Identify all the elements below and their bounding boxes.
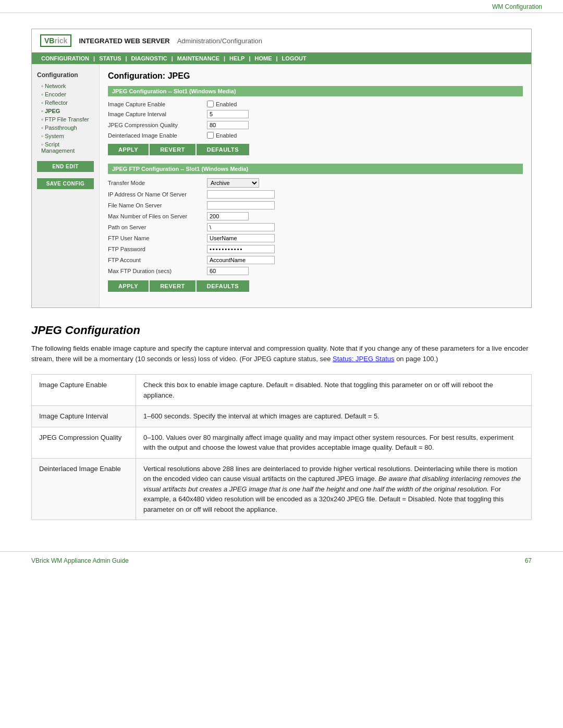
checkbox-label-deinterlaced: Enabled <box>216 132 237 139</box>
doc-section: JPEG Configuration The following fields … <box>31 324 532 530</box>
content-area: Configuration Network Encoder Reflector … <box>32 64 531 307</box>
page-title: Configuration: JPEG <box>108 71 523 81</box>
doc-table: Image Capture Enable Check this box to e… <box>31 374 532 520</box>
nav-diagnostic[interactable]: DIAGNOSTIC <box>127 55 172 61</box>
input-file-name-on-server[interactable] <box>207 201 275 209</box>
label-ftp-account: FTP Account <box>108 257 207 263</box>
input-path-on-server[interactable] <box>207 223 275 231</box>
table-row: Image Capture Interval 1–600 seconds. Sp… <box>32 406 532 427</box>
label-max-ftp-duration: Max FTP Duration (secs) <box>108 268 207 274</box>
footer-left: VBrick WM Appliance Admin Guide <box>31 557 129 564</box>
input-image-capture-interval[interactable] <box>207 110 249 118</box>
label-image-capture-enable: Image Capture Enable <box>108 101 207 107</box>
select-transfer-mode[interactable]: Archive Overwrite <box>207 178 259 188</box>
label-ftp-user-name: FTP User Name <box>108 235 207 241</box>
label-max-number-files: Max Number of Files on Server <box>108 213 207 219</box>
sidebar-item-encoder[interactable]: Encoder <box>37 90 94 98</box>
nav-help[interactable]: HELP <box>225 55 249 61</box>
section1-defaults-button[interactable]: DEFAULTS <box>197 144 249 155</box>
doc-title: JPEG Configuration <box>31 324 532 337</box>
form-row-ip-address: IP Address Or Name Of Server <box>108 190 523 199</box>
label-ftp-password: FTP Password <box>108 246 207 252</box>
form-row-max-ftp-duration: Max FTP Duration (secs) <box>108 267 523 275</box>
label-jpeg-compression-quality: JPEG Compression Quality <box>108 122 207 128</box>
label-transfer-mode: Transfer Mode <box>108 180 207 186</box>
section1-apply-button[interactable]: APPLY <box>108 144 149 155</box>
nav-maintenance[interactable]: MAINTENANCE <box>173 55 224 61</box>
main-content: Configuration: JPEG JPEG Configuration -… <box>100 64 531 307</box>
field-desc-jpeg-compression-quality: 0–100. Values over 80 marginally affect … <box>136 427 532 458</box>
end-edit-button[interactable]: END EDIT <box>37 161 94 172</box>
input-max-ftp-duration[interactable] <box>207 267 249 275</box>
vbrick-logo: VBrick <box>40 34 71 47</box>
sidebar-item-script-management[interactable]: Script Management <box>37 140 94 155</box>
form-row-image-capture-enable: Image Capture Enable Enabled <box>108 101 523 107</box>
app-header: VBrick INTEGRATED WEB SERVER Administrat… <box>32 29 531 53</box>
nav-logout[interactable]: LOGOUT <box>278 55 311 61</box>
field-label-image-capture-interval: Image Capture Interval <box>32 406 136 427</box>
doc-intro: The following fields enable image captur… <box>31 343 532 364</box>
form-row-ftp-password: FTP Password <box>108 245 523 253</box>
form-row-path-on-server: Path on Server <box>108 223 523 231</box>
form-row-image-capture-interval: Image Capture Interval <box>108 110 523 118</box>
page-footer: VBrick WM Appliance Admin Guide 67 <box>0 551 563 570</box>
sidebar: Configuration Network Encoder Reflector … <box>32 64 100 307</box>
input-max-number-files[interactable] <box>207 212 249 220</box>
label-path-on-server: Path on Server <box>108 224 207 230</box>
sidebar-item-network[interactable]: Network <box>37 82 94 90</box>
input-ip-address[interactable] <box>207 190 275 199</box>
field-label-deinterlaced-image-enable: Deinterlaced Image Enable <box>32 458 136 520</box>
field-label-jpeg-compression-quality: JPEG Compression Quality <box>32 427 136 458</box>
input-ftp-password[interactable] <box>207 245 275 253</box>
nav-bar: CONFIGURATION | STATUS | DIAGNOSTIC | MA… <box>32 53 531 64</box>
nav-status[interactable]: STATUS <box>95 55 125 61</box>
table-row: JPEG Compression Quality 0–100. Values o… <box>32 427 532 458</box>
section2-action-buttons: APPLY REVERT DEFAULTS <box>108 280 523 292</box>
form-row-ftp-user-name: FTP User Name <box>108 234 523 242</box>
section2-header: JPEG FTP Configuration -- Slot1 (Windows… <box>108 164 523 174</box>
sidebar-item-passthrough[interactable]: Passthrough <box>37 124 94 132</box>
form-row-transfer-mode: Transfer Mode Archive Overwrite <box>108 178 523 188</box>
browser-window: VBrick INTEGRATED WEB SERVER Administrat… <box>31 29 532 308</box>
sidebar-item-ftp-file-transfer[interactable]: FTP File Transfer <box>37 115 94 124</box>
section1-header: JPEG Configuration -- Slot1 (Windows Med… <box>108 86 523 96</box>
checkbox-label-image-capture-enable: Enabled <box>216 101 237 107</box>
table-row: Image Capture Enable Check this box to e… <box>32 375 532 406</box>
label-deinterlaced-image-enable: Deinterlaced Image Enable <box>108 132 207 139</box>
section1-action-buttons: APPLY REVERT DEFAULTS <box>108 144 523 155</box>
input-ftp-user-name[interactable] <box>207 234 275 242</box>
input-jpeg-compression-quality[interactable] <box>207 121 249 129</box>
sidebar-section-title: Configuration <box>37 71 94 79</box>
sidebar-item-reflector[interactable]: Reflector <box>37 98 94 107</box>
form-row-max-number-files: Max Number of Files on Server <box>108 212 523 220</box>
top-bar-label: WM Configuration <box>492 3 542 10</box>
table-row: Deinterlaced Image Enable Vertical resol… <box>32 458 532 520</box>
save-config-button[interactable]: SAVE CONFIG <box>37 178 94 189</box>
app-header-subtitle: Administration/Configuration <box>177 37 262 45</box>
top-bar: WM Configuration <box>0 0 563 13</box>
section2-apply-button[interactable]: APPLY <box>108 280 149 292</box>
input-ftp-account[interactable] <box>207 256 275 264</box>
form-row-file-name-on-server: File Name On Server <box>108 201 523 209</box>
nav-home[interactable]: HOME <box>251 55 276 61</box>
field-desc-image-capture-interval: 1–600 seconds. Specify the interval at w… <box>136 406 532 427</box>
section2-revert-button[interactable]: REVERT <box>150 280 195 292</box>
checkbox-deinterlaced-image-enable[interactable] <box>207 132 214 139</box>
section1-revert-button[interactable]: REVERT <box>150 144 195 155</box>
checkbox-image-capture-enable[interactable] <box>207 101 214 107</box>
section2-defaults-button[interactable]: DEFAULTS <box>197 280 249 292</box>
nav-configuration[interactable]: CONFIGURATION <box>37 55 93 61</box>
italic-text: Be aware that disabling interlacing remo… <box>143 475 521 493</box>
logo-rick: rick <box>54 36 67 45</box>
label-file-name-on-server: File Name On Server <box>108 202 207 208</box>
sidebar-item-system[interactable]: System <box>37 132 94 140</box>
form-row-jpeg-compression-quality: JPEG Compression Quality <box>108 121 523 129</box>
form-row-ftp-account: FTP Account <box>108 256 523 264</box>
field-desc-deinterlaced-image-enable: Vertical resolutions above 288 lines are… <box>136 458 532 520</box>
doc-intro-link[interactable]: Status: JPEG Status <box>333 355 395 363</box>
sidebar-item-jpeg[interactable]: JPEG <box>37 107 94 115</box>
label-ip-address: IP Address Or Name Of Server <box>108 191 207 198</box>
logo-vb: VB <box>44 36 54 45</box>
field-label-image-capture-enable: Image Capture Enable <box>32 375 136 406</box>
field-desc-image-capture-enable: Check this box to enable image capture. … <box>136 375 532 406</box>
